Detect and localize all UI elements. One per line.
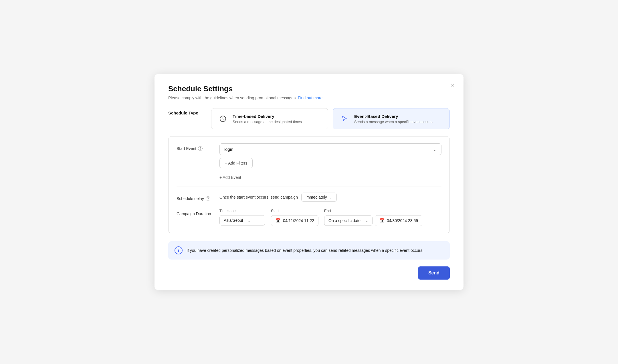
event-based-delivery-card[interactable]: Event-Based Delivery Sends a message whe… <box>333 108 450 129</box>
clock-icon <box>218 114 228 124</box>
end-date-select[interactable]: 📅 04/30/2024 23:59 <box>375 215 422 226</box>
start-date-select[interactable]: 📅 04/11/2024 11:22 <box>271 215 318 226</box>
info-icon: i <box>175 246 183 254</box>
add-event-button[interactable]: + Add Event <box>219 174 241 181</box>
timezone-field: Timezone Asia/Seoul ⌄ <box>219 209 265 226</box>
find-out-more-link[interactable]: Find out more <box>298 96 322 100</box>
start-label: Start <box>271 209 318 213</box>
divider <box>177 187 441 187</box>
start-event-controls: login ⌄ + Add Filters <box>219 143 441 168</box>
campaign-duration-label: Campaign Duration <box>177 209 214 216</box>
info-banner: i If you have created personalized messa… <box>168 241 450 260</box>
chevron-down-icon: ⌄ <box>365 219 368 223</box>
start-date-value: 04/11/2024 11:22 <box>283 218 314 223</box>
end-date-value: 04/30/2024 23:59 <box>387 218 418 223</box>
start-event-select-wrapper: login ⌄ <box>219 143 441 155</box>
duration-fields: Timezone Asia/Seoul ⌄ Start 📅 04/11/2024… <box>219 209 441 226</box>
end-type-value: On a specific date <box>328 218 360 223</box>
time-based-desc: Sends a message at the designated times <box>233 120 302 124</box>
schedule-delay-value: immediately <box>306 195 327 199</box>
timezone-value: Asia/Seoul <box>224 218 243 223</box>
calendar-icon: 📅 <box>379 218 385 223</box>
close-button[interactable]: × <box>449 81 455 90</box>
schedule-settings-modal: × Schedule Settings Please comply with t… <box>154 74 464 290</box>
calendar-icon: 📅 <box>275 218 281 223</box>
end-label: End <box>324 209 422 213</box>
start-event-label: Start Event ? <box>177 143 214 151</box>
start-event-row: Start Event ? login ⌄ + Add Filters <box>177 143 441 168</box>
send-button[interactable]: Send <box>418 266 450 280</box>
event-settings-panel: Start Event ? login ⌄ + Add Filters + Ad… <box>168 136 450 233</box>
schedule-type-label: Schedule Type <box>168 108 205 115</box>
modal-footer: Send <box>168 266 450 280</box>
time-based-delivery-card[interactable]: Time-based Delivery Sends a message at t… <box>211 108 328 129</box>
chevron-down-icon: ⌄ <box>247 218 251 223</box>
schedule-delay-select[interactable]: immediately ⌄ <box>301 193 337 202</box>
cursor-icon <box>339 114 350 124</box>
chevron-down-icon: ⌄ <box>329 195 332 199</box>
add-filters-button[interactable]: + Add Filters <box>219 158 253 168</box>
campaign-duration-row: Campaign Duration Timezone Asia/Seoul ⌄ … <box>177 209 441 226</box>
chevron-down-icon: ⌄ <box>433 147 437 152</box>
timezone-label: Timezone <box>219 209 265 213</box>
modal-title: Schedule Settings <box>168 84 450 93</box>
timezone-select[interactable]: Asia/Seoul ⌄ <box>219 215 265 225</box>
schedule-delay-row: Schedule delay ? Once the start event oc… <box>177 193 441 202</box>
event-based-desc: Sends a message when a specific event oc… <box>354 120 433 124</box>
start-event-value: login <box>224 147 233 152</box>
schedule-delay-text: Once the start event occurs, send campai… <box>219 195 298 199</box>
schedule-delay-label: Schedule delay ? <box>177 193 214 201</box>
end-date-field: End On a specific date ⌄ 📅 04/30/2024 23… <box>324 209 422 226</box>
schedule-type-options: Time-based Delivery Sends a message at t… <box>211 108 450 129</box>
schedule-delay-help-icon[interactable]: ? <box>206 196 210 201</box>
event-based-title: Event-Based Delivery <box>354 114 433 119</box>
start-event-help-icon[interactable]: ? <box>198 146 203 151</box>
end-type-select[interactable]: On a specific date ⌄ <box>324 215 373 226</box>
start-date-field: Start 📅 04/11/2024 11:22 <box>271 209 318 226</box>
start-event-select[interactable]: login ⌄ <box>220 144 441 155</box>
time-based-title: Time-based Delivery <box>233 114 302 119</box>
schedule-type-section: Schedule Type Time-based Delivery Sends … <box>168 108 450 129</box>
modal-subtitle: Please comply with the guidelines when s… <box>168 96 450 100</box>
info-text: If you have created personalized message… <box>187 248 423 253</box>
